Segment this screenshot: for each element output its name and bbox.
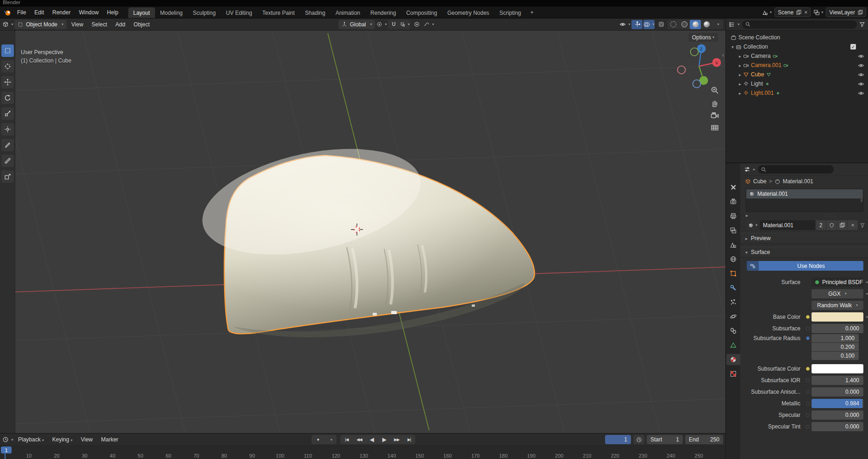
tool-scale[interactable] (1, 107, 14, 120)
gizmo-neg-x-axis[interactable] (678, 66, 686, 74)
outliner-row-cube[interactable]: Cube (726, 70, 868, 79)
expand-icon[interactable] (739, 81, 741, 87)
tool-move[interactable] (1, 76, 14, 88)
menu-add[interactable]: Add (112, 21, 129, 28)
surface-shader-dropdown[interactable]: Principled BSDF (812, 278, 863, 287)
resize-grip[interactable] (825, 213, 837, 217)
tab-constraints[interactable] (726, 325, 740, 336)
frame-end-field[interactable]: End 250 (685, 435, 723, 444)
properties-search-input[interactable] (758, 165, 834, 174)
menu-view[interactable]: View (68, 21, 87, 28)
menu-marker[interactable]: Marker (97, 436, 122, 443)
tab-object[interactable] (726, 268, 740, 279)
ruler-tick[interactable]: 180 (499, 453, 507, 459)
show-overlays-toggle[interactable] (643, 20, 655, 29)
tab-view-layer[interactable] (726, 225, 740, 236)
gizmo-neg-y-axis[interactable] (691, 48, 699, 56)
decorator-dot[interactable] (806, 378, 810, 382)
visibility-eye-icon[interactable] (858, 81, 864, 87)
pivot-point-dropdown[interactable] (376, 20, 387, 29)
tab-scene[interactable] (726, 239, 740, 250)
collection-checkbox[interactable] (850, 44, 856, 50)
visibility-eye-icon[interactable] (858, 72, 864, 77)
unlink-material-icon[interactable] (847, 220, 858, 230)
use-preview-range-icon[interactable] (633, 435, 644, 444)
tab-material[interactable] (726, 354, 740, 365)
tab-modifiers[interactable] (726, 282, 740, 293)
jump-to-start-button[interactable]: |◀ (340, 435, 353, 444)
xray-toggle[interactable] (656, 20, 667, 29)
tool-measure[interactable] (1, 155, 14, 167)
play-reverse-button[interactable]: ◀ (365, 435, 378, 444)
tab-particles[interactable] (726, 297, 740, 308)
ruler-tick[interactable]: 150 (415, 453, 424, 459)
fake-user-shield-icon[interactable] (826, 220, 837, 230)
menu-keying[interactable]: Keying (49, 436, 76, 443)
camera-view-icon[interactable] (711, 112, 719, 119)
expand-icon[interactable] (746, 212, 748, 218)
subsurface-radius-y[interactable]: 0.200 (812, 343, 859, 351)
shading-rendered-button[interactable] (701, 20, 712, 29)
ruler-tick[interactable]: 80 (221, 453, 227, 459)
ruler-tick[interactable]: 60 (166, 453, 171, 459)
tab-uv-editing[interactable]: UV Editing (221, 7, 257, 18)
browse-material-dropdown[interactable] (746, 220, 760, 230)
mode-dropdown[interactable]: Object Mode (14, 20, 67, 29)
decorator-dot[interactable] (806, 413, 810, 417)
current-frame-marker[interactable]: 1 (1, 447, 12, 453)
subsurface-slider[interactable]: 0.000 (812, 324, 863, 333)
tab-output[interactable] (726, 211, 740, 222)
snap-target-dropdown[interactable] (399, 20, 410, 29)
zoom-icon[interactable] (711, 86, 719, 94)
decorator-dot[interactable] (806, 336, 810, 340)
pillow-object[interactable] (193, 131, 534, 337)
tab-modeling[interactable]: Modeling (155, 7, 188, 18)
ruler-tick[interactable]: 190 (527, 453, 535, 459)
add-workspace-button[interactable]: + (526, 7, 538, 18)
tab-sculpting[interactable]: Sculpting (188, 7, 221, 18)
gizmo-neg-z-axis[interactable] (693, 80, 701, 88)
tab-geometry-nodes[interactable]: Geometry Nodes (442, 7, 494, 18)
ruler-tick[interactable]: 210 (583, 453, 591, 459)
decorator-dot[interactable] (806, 327, 810, 330)
shading-solid-button[interactable] (679, 20, 690, 29)
tab-shading[interactable]: Shading (300, 7, 331, 18)
expand-icon[interactable] (739, 62, 741, 68)
tool-annotate[interactable] (1, 139, 14, 151)
expand-icon[interactable] (739, 90, 741, 96)
filter-icon[interactable] (860, 223, 865, 228)
breadcrumb-material[interactable]: Material.001 (783, 178, 813, 185)
decorator-dot[interactable] (806, 402, 810, 405)
tool-rotate[interactable] (1, 92, 14, 104)
ruler-tick[interactable]: 200 (555, 453, 563, 459)
record-auto-key-button[interactable] (312, 435, 324, 444)
outliner-row-camera-001[interactable]: Camera.001 (726, 61, 868, 70)
editor-type-properties-icon[interactable] (744, 165, 755, 174)
unlink-scene-icon[interactable] (804, 9, 807, 16)
ortho-grid-icon[interactable] (711, 124, 719, 131)
ruler-tick[interactable]: 140 (387, 453, 396, 459)
editor-type-outliner-icon[interactable] (729, 20, 740, 29)
menu-playback[interactable]: Playback (14, 436, 48, 443)
snap-magnet-icon[interactable] (388, 20, 399, 29)
play-button[interactable]: ▶ (378, 435, 390, 444)
expand-icon[interactable] (739, 53, 741, 59)
ruler-tick[interactable]: 20 (54, 453, 59, 459)
decorator-dot[interactable] (806, 315, 810, 319)
specular-tint-slider[interactable]: 0.000 (812, 422, 863, 431)
ruler-tick[interactable]: 160 (443, 453, 452, 459)
ruler-tick[interactable]: 120 (331, 453, 340, 459)
visibility-eye-icon[interactable] (858, 63, 864, 68)
show-gizmo-toggle[interactable] (631, 20, 643, 29)
subsurface-radius-x[interactable]: 1.000 (812, 334, 859, 342)
next-keyframe-button[interactable]: ▶▶ (390, 435, 403, 444)
visibility-eye-icon[interactable] (858, 54, 864, 59)
proportional-editing-icon[interactable] (411, 20, 422, 29)
tab-physics[interactable] (726, 311, 740, 322)
options-button[interactable]: Options (688, 33, 718, 42)
tab-object-data[interactable] (726, 340, 740, 351)
tab-texture-paint[interactable]: Texture Paint (257, 7, 300, 18)
subsurface-ior-slider[interactable]: 1.400 (812, 376, 863, 385)
ruler-tick[interactable]: 70 (194, 453, 199, 459)
tab-compositing[interactable]: Compositing (401, 7, 442, 18)
